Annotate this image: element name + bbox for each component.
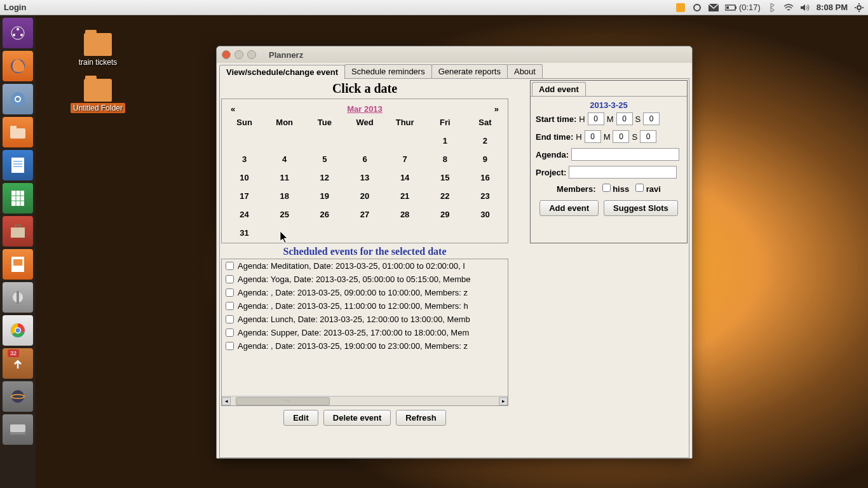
calendar-prev[interactable]: «: [231, 104, 235, 114]
member-hiss-checkbox[interactable]: [602, 184, 611, 192]
device-icon[interactable]: [3, 414, 33, 445]
chrome-icon[interactable]: [3, 315, 33, 346]
day-31[interactable]: 31: [224, 228, 264, 238]
window-titlebar[interactable]: Plannerz: [217, 46, 692, 63]
desktop-folder-untitled[interactable]: Untitled Folder: [66, 79, 130, 113]
day-2[interactable]: 2: [465, 136, 505, 146]
firefox-icon[interactable]: [3, 51, 33, 81]
day-18[interactable]: 18: [264, 191, 304, 201]
clock[interactable]: 8:08 PM: [817, 3, 848, 12]
mail-icon[interactable]: [709, 3, 719, 13]
day-16[interactable]: 16: [465, 173, 505, 182]
calendar-month[interactable]: Mar 2013: [347, 104, 383, 114]
desktop-folder-traintickets[interactable]: train tickets: [66, 33, 130, 67]
event-checkbox[interactable]: [226, 302, 234, 310]
day-7[interactable]: 7: [385, 154, 425, 164]
svg-rect-20: [10, 126, 17, 130]
battery-indicator[interactable]: (0:17): [725, 3, 761, 12]
scroll-right-icon[interactable]: ▸: [499, 397, 508, 405]
day-26[interactable]: 26: [304, 210, 344, 219]
agenda-input[interactable]: [571, 148, 679, 161]
software-center-icon[interactable]: [3, 216, 33, 247]
suggest-slots-button[interactable]: Suggest Slots: [604, 200, 678, 216]
wifi-icon[interactable]: [783, 3, 794, 13]
start-hour-input[interactable]: [588, 112, 604, 125]
members-label: Members:: [557, 184, 595, 194]
refresh-button[interactable]: Refresh: [396, 410, 445, 426]
day-27[interactable]: 27: [344, 210, 384, 219]
day-15[interactable]: 15: [425, 173, 465, 182]
tab-about[interactable]: About: [507, 64, 543, 78]
event-checkbox[interactable]: [226, 288, 234, 297]
day-21[interactable]: 21: [385, 191, 425, 201]
day-22[interactable]: 22: [425, 191, 465, 201]
dash-home-icon[interactable]: [3, 18, 33, 48]
amazon-icon[interactable]: [675, 3, 686, 13]
day-13[interactable]: 13: [344, 173, 384, 182]
bluetooth-icon[interactable]: [767, 3, 777, 13]
day-14[interactable]: 14: [385, 173, 425, 182]
end-min-input[interactable]: [613, 130, 629, 143]
gear-icon[interactable]: [854, 3, 864, 13]
delete-event-button[interactable]: Delete event: [323, 410, 391, 426]
day-25[interactable]: 25: [264, 210, 304, 219]
minimize-icon[interactable]: [234, 50, 243, 59]
start-time-label: Start time:: [536, 114, 576, 124]
member-ravi-checkbox[interactable]: [635, 184, 644, 192]
day-20[interactable]: 20: [344, 191, 384, 201]
add-event-button[interactable]: Add event: [539, 200, 599, 216]
tab-add-event[interactable]: Add event: [532, 82, 586, 96]
edit-button[interactable]: Edit: [283, 410, 318, 426]
close-icon[interactable]: [222, 50, 231, 59]
maximize-icon[interactable]: [247, 50, 256, 59]
day-12[interactable]: 12: [304, 173, 344, 182]
files-icon[interactable]: [3, 117, 33, 147]
svg-rect-4: [735, 6, 736, 9]
start-min-input[interactable]: [616, 112, 633, 125]
day-10[interactable]: 10: [224, 173, 264, 182]
day-24[interactable]: 24: [224, 210, 264, 219]
day-28[interactable]: 28: [385, 210, 425, 219]
event-checkbox[interactable]: [226, 275, 234, 283]
day-6[interactable]: 6: [344, 154, 384, 164]
network-icon[interactable]: [692, 3, 702, 13]
event-row: Agenda: Lunch, Date: 2013-03-25, 12:00:0…: [222, 313, 508, 326]
day-5[interactable]: 5: [304, 154, 344, 164]
event-checkbox[interactable]: [226, 342, 234, 350]
end-sec-input[interactable]: [640, 130, 656, 143]
calc-icon[interactable]: [3, 183, 33, 214]
day-9[interactable]: 9: [465, 154, 505, 164]
active-app-menu[interactable]: Login: [4, 3, 26, 12]
tab-reports[interactable]: Generate reports: [431, 64, 508, 78]
end-hour-input[interactable]: [585, 130, 601, 143]
tab-reminders[interactable]: Schedule reminders: [344, 64, 432, 78]
day-4[interactable]: 4: [264, 154, 304, 164]
day-17[interactable]: 17: [224, 191, 264, 201]
project-input[interactable]: [569, 166, 677, 179]
day-11[interactable]: 11: [264, 173, 304, 182]
event-checkbox[interactable]: [226, 262, 234, 270]
sound-icon[interactable]: [800, 3, 810, 13]
events-hscrollbar[interactable]: ◂ ▸: [222, 396, 508, 405]
impress-icon[interactable]: [3, 249, 33, 280]
day-19[interactable]: 19: [304, 191, 344, 201]
event-checkbox[interactable]: [226, 329, 234, 337]
day-30[interactable]: 30: [465, 210, 505, 219]
day-3[interactable]: 3: [224, 154, 264, 164]
day-23[interactable]: 23: [465, 191, 505, 201]
start-sec-input[interactable]: [643, 112, 660, 125]
updates-icon[interactable]: 32: [3, 348, 33, 379]
tab-view-schedule[interactable]: View/schedule/change event: [219, 65, 345, 79]
day-8[interactable]: 8: [425, 154, 465, 164]
day-1[interactable]: 1: [425, 136, 465, 146]
writer-icon[interactable]: [3, 150, 33, 180]
settings-icon[interactable]: [3, 282, 33, 313]
eclipse-icon[interactable]: [3, 381, 33, 412]
day-29[interactable]: 29: [425, 210, 465, 219]
calendar-next[interactable]: »: [494, 104, 499, 114]
event-checkbox[interactable]: [226, 315, 234, 323]
chromium-icon[interactable]: [3, 84, 33, 114]
scroll-thumb[interactable]: [236, 397, 330, 405]
scroll-left-icon[interactable]: ◂: [222, 397, 231, 405]
folder-icon: [84, 79, 112, 102]
